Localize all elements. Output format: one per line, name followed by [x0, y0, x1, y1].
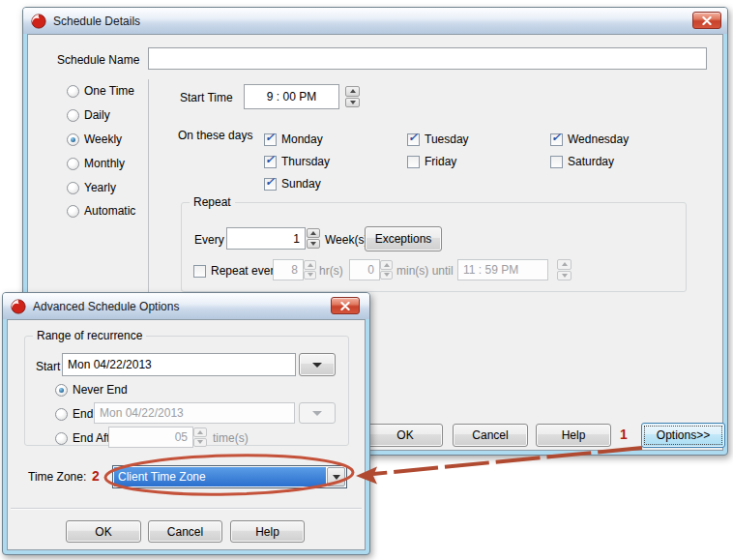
dialog-title: Schedule Details — [53, 15, 140, 28]
spin-up-icon[interactable] — [345, 86, 360, 97]
checkbox-icon[interactable]: ✓ — [264, 133, 277, 146]
repeat-every-checkbox[interactable]: ✓ Repeat every — [193, 264, 279, 278]
checkbox-sunday[interactable]: ✓ Sunday — [264, 177, 321, 191]
dialog-advanced-schedule-options: Advanced Schedule Options Range of recur… — [2, 292, 370, 555]
spin-down-icon[interactable] — [380, 271, 393, 280]
radio-label: Automatic — [84, 204, 135, 218]
checkbox-wednesday[interactable]: ✓ Wednesday — [550, 133, 629, 146]
radio-yearly[interactable]: Yearly — [67, 181, 116, 194]
checkbox-icon[interactable]: ✓ — [407, 156, 420, 168]
until-time-spinner[interactable] — [557, 259, 572, 280]
until-time-input[interactable]: 11 : 59 PM — [457, 259, 548, 280]
range-group-label: Range of recurrence — [33, 329, 146, 342]
radio-icon[interactable] — [55, 432, 68, 445]
repeat-min-spinner[interactable] — [380, 260, 393, 280]
screenshot-canvas: Schedule Details Schedule Name One Time … — [0, 0, 733, 560]
schedule-details-titlebar[interactable]: Schedule Details — [23, 8, 727, 34]
spin-down-icon[interactable] — [304, 271, 316, 280]
app-logo-icon — [11, 299, 26, 314]
day-label: Thursday — [281, 155, 330, 168]
checkbox-icon[interactable]: ✓ — [264, 178, 277, 191]
start-time-label: Start Time — [180, 91, 233, 104]
end-after-spinner[interactable] — [193, 427, 207, 447]
spin-up-icon[interactable] — [304, 260, 316, 270]
radio-label: Weekly — [84, 133, 122, 146]
radio-automatic[interactable]: Automatic — [67, 204, 135, 218]
checkbox-saturday[interactable]: ✓ Saturday — [550, 155, 614, 168]
radio-daily[interactable]: Daily — [67, 108, 110, 122]
vertical-divider — [148, 79, 149, 292]
close-icon[interactable] — [692, 12, 721, 29]
radio-icon[interactable] — [67, 133, 79, 146]
start-date-dropdown-icon[interactable] — [299, 353, 336, 376]
advanced-options-titlebar[interactable]: Advanced Schedule Options — [3, 293, 369, 319]
radio-icon[interactable] — [55, 408, 68, 421]
every-weeks-spinner[interactable] — [307, 228, 320, 249]
start-time-input[interactable]: 9 : 00 PM — [244, 84, 339, 109]
start-time-spinner[interactable] — [345, 86, 360, 107]
schedule-name-label: Schedule Name — [57, 53, 139, 67]
radio-icon[interactable] — [67, 205, 79, 218]
close-icon[interactable] — [331, 297, 360, 314]
radio-label: Daily — [84, 108, 110, 122]
radio-one-time[interactable]: One Time — [67, 84, 134, 98]
annotation-step-2: 2 — [92, 469, 100, 483]
end-by-dropdown-icon[interactable] — [299, 402, 336, 424]
repeat-every-label: Repeat every — [211, 264, 279, 278]
spin-down-icon[interactable] — [307, 239, 320, 249]
footer-divider — [11, 508, 362, 510]
spin-up-icon[interactable] — [557, 259, 572, 270]
dialog-title: Advanced Schedule Options — [33, 300, 179, 313]
radio-icon[interactable] — [67, 109, 79, 122]
time-zone-selected-value: Client Time Zone — [114, 467, 326, 486]
end-by-date-input[interactable]: Mon 04/22/2013 — [94, 402, 295, 424]
cancel-button[interactable]: Cancel — [148, 520, 222, 543]
ok-button[interactable]: OK — [66, 520, 141, 543]
spin-down-icon[interactable] — [193, 438, 207, 448]
radio-label: Monthly — [84, 157, 125, 170]
radio-monthly[interactable]: Monthly — [67, 157, 125, 170]
help-button[interactable]: Help — [536, 424, 611, 447]
day-label: Tuesday — [425, 133, 469, 146]
radio-icon[interactable] — [67, 85, 79, 98]
spin-down-icon[interactable] — [345, 98, 360, 108]
spin-up-icon[interactable] — [380, 260, 393, 270]
weeks-unit-label: Week(s) — [325, 233, 367, 247]
start-date-input[interactable]: Mon 04/22/2013 — [62, 353, 296, 376]
checkbox-icon[interactable]: ✓ — [193, 265, 206, 278]
repeat-group-label: Repeat — [190, 195, 235, 209]
time-zone-combobox[interactable]: Client Time Zone — [112, 465, 347, 488]
repeat-hr-input[interactable]: 8 — [273, 259, 304, 280]
checkbox-icon[interactable]: ✓ — [407, 133, 420, 146]
checkbox-icon[interactable]: ✓ — [550, 156, 563, 168]
schedule-name-input[interactable] — [148, 47, 707, 70]
checkbox-tuesday[interactable]: ✓ Tuesday — [407, 133, 469, 146]
radio-icon[interactable] — [67, 158, 79, 170]
checkbox-thursday[interactable]: ✓ Thursday — [264, 155, 330, 168]
spin-up-icon[interactable] — [307, 228, 320, 238]
checkbox-icon[interactable]: ✓ — [264, 156, 277, 168]
checkbox-icon[interactable]: ✓ — [550, 133, 563, 146]
exceptions-button[interactable]: Exceptions — [365, 226, 442, 251]
every-weeks-input[interactable]: 1 — [226, 227, 306, 250]
checkbox-friday[interactable]: ✓ Friday — [407, 155, 456, 168]
radio-icon[interactable] — [67, 182, 79, 194]
end-after-count-input[interactable]: 05 — [108, 427, 193, 448]
day-label: Saturday — [568, 155, 614, 168]
radio-never-end[interactable]: Never End — [55, 383, 128, 397]
ok-button[interactable]: OK — [367, 424, 443, 447]
checkbox-monday[interactable]: ✓ Monday — [264, 133, 323, 146]
help-button[interactable]: Help — [230, 520, 305, 543]
repeat-hr-spinner[interactable] — [304, 260, 316, 280]
options-button[interactable]: Options>> — [641, 423, 725, 448]
repeat-min-input[interactable]: 0 — [349, 259, 380, 280]
cancel-button[interactable]: Cancel — [453, 424, 528, 447]
times-unit-label: time(s) — [213, 431, 249, 445]
radio-icon[interactable] — [55, 384, 68, 397]
spin-up-icon[interactable] — [193, 427, 207, 437]
spin-down-icon[interactable] — [557, 271, 572, 281]
day-label: Friday — [425, 155, 456, 168]
on-these-days-label: On these days — [178, 129, 252, 142]
radio-weekly[interactable]: Weekly — [67, 133, 122, 146]
combo-dropdown-icon[interactable] — [327, 467, 345, 486]
